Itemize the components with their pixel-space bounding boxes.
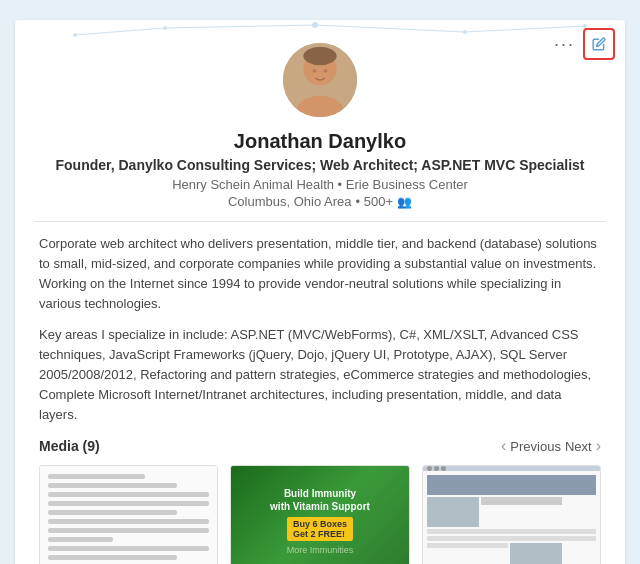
- next-chevron-icon[interactable]: ›: [596, 437, 601, 455]
- more-options-button[interactable]: ···: [554, 34, 575, 55]
- media-grid: Strengths Finder Results 📄 Build Immunit…: [39, 465, 601, 564]
- profile-title: Founder, Danylko Consulting Services; We…: [55, 157, 585, 173]
- promo-badge: Buy 6 BoxesGet 2 FREE!: [287, 517, 353, 541]
- next-button[interactable]: Next: [565, 439, 592, 454]
- bio-paragraph-1: Corporate web architect who delivers pre…: [39, 234, 601, 315]
- media-item-2[interactable]: TriYou (deprecated) 🖼: [422, 465, 601, 564]
- pencil-icon: [592, 37, 606, 51]
- browser-preview: [423, 466, 600, 564]
- profile-card: ···: [15, 20, 625, 564]
- svg-point-11: [303, 47, 336, 65]
- avatar-wrapper: [15, 40, 625, 120]
- media-thumb-1: Build Immunitywith Vitamin Support Buy 6…: [231, 466, 408, 564]
- previous-button[interactable]: Previous: [510, 439, 561, 454]
- media-title: Media (9): [39, 438, 100, 454]
- promo-subtext: More Immunities: [287, 545, 354, 555]
- bio-paragraph-2: Key areas I specialize in include: ASP.N…: [39, 325, 601, 426]
- connections-count: • 500+: [356, 194, 393, 209]
- media-section: Media (9) ‹ Previous Next ›: [15, 425, 625, 564]
- media-thumb-2: [423, 466, 600, 564]
- connections-icon: 👥: [397, 195, 412, 209]
- profile-info: Jonathan Danylko Founder, Danylko Consul…: [15, 120, 625, 209]
- bio-section: Corporate web architect who delivers pre…: [15, 234, 625, 425]
- avatar: [280, 40, 360, 120]
- promo-headline: Build Immunitywith Vitamin Support: [270, 487, 370, 513]
- svg-point-15: [324, 69, 328, 73]
- previous-chevron-icon[interactable]: ‹: [501, 437, 506, 455]
- media-thumb-0: [40, 466, 217, 564]
- media-navigation: ‹ Previous Next ›: [501, 437, 601, 455]
- doc-preview: [48, 474, 209, 564]
- media-item-0[interactable]: Strengths Finder Results 📄: [39, 465, 218, 564]
- profile-name: Jonathan Danylko: [55, 130, 585, 153]
- media-header: Media (9) ‹ Previous Next ›: [39, 437, 601, 455]
- divider: [35, 221, 605, 222]
- media-item-1[interactable]: Build Immunitywith Vitamin Support Buy 6…: [230, 465, 409, 564]
- edit-button[interactable]: [583, 28, 615, 60]
- profile-location: Columbus, Ohio Area • 500+ 👥: [55, 194, 585, 209]
- profile-company: Henry Schein Animal Health • Erie Busine…: [55, 177, 585, 192]
- browser-content: [423, 471, 600, 564]
- svg-point-14: [313, 69, 317, 73]
